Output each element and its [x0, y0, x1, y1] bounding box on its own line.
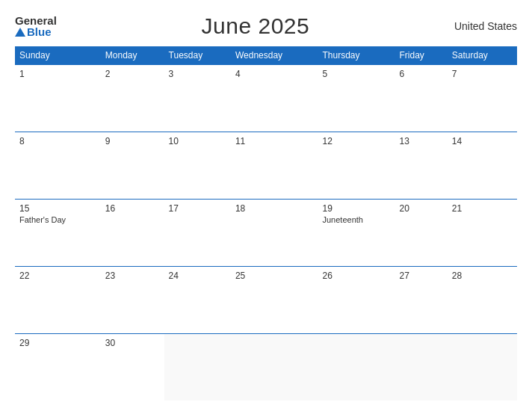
day-number: 1 — [19, 69, 96, 79]
calendar-day-cell: 26 — [318, 266, 395, 333]
calendar-day-cell: 14 — [448, 132, 517, 199]
day-number: 21 — [452, 203, 513, 214]
day-number: 24 — [169, 271, 226, 281]
day-number: 14 — [452, 136, 513, 146]
country-label: United States — [454, 20, 517, 32]
calendar-day-cell: 25 — [231, 266, 318, 333]
calendar-day-cell: 24 — [164, 266, 231, 333]
calendar-day-cell — [231, 333, 318, 401]
calendar-day-cell: 29 — [15, 333, 101, 401]
calendar-day-cell: 7 — [448, 65, 517, 132]
day-number: 30 — [105, 338, 160, 348]
calendar-day-cell: 4 — [231, 65, 318, 132]
logo-blue-row: Blue — [15, 26, 57, 37]
day-number: 11 — [235, 136, 314, 146]
calendar-day-cell — [164, 333, 231, 401]
day-number: 18 — [235, 203, 314, 214]
day-number: 2 — [105, 69, 160, 79]
calendar-day-cell — [448, 333, 517, 401]
calendar-day-cell: 11 — [231, 132, 318, 199]
day-number: 6 — [400, 69, 443, 79]
calendar-week-row: 22232425262728 — [15, 266, 517, 333]
calendar-day-cell: 20 — [395, 199, 448, 266]
calendar-table: Sunday Monday Tuesday Wednesday Thursday… — [15, 46, 517, 401]
header-friday: Friday — [395, 46, 448, 65]
logo-triangle-icon — [15, 28, 25, 37]
calendar-day-cell: 2 — [101, 65, 164, 132]
day-number: 12 — [322, 136, 390, 146]
day-number: 22 — [19, 271, 96, 281]
event-label: Father's Day — [19, 215, 96, 224]
header-sunday: Sunday — [15, 46, 101, 65]
day-number: 29 — [19, 338, 96, 348]
calendar-day-cell: 17 — [164, 199, 231, 266]
day-number: 19 — [322, 203, 390, 214]
day-number: 3 — [169, 69, 226, 79]
day-number: 27 — [400, 271, 443, 281]
calendar-day-cell: 9 — [101, 132, 164, 199]
day-number: 10 — [169, 136, 226, 146]
logo-blue-text: Blue — [27, 26, 52, 37]
day-number: 23 — [105, 271, 160, 281]
day-number: 25 — [235, 271, 314, 281]
day-number: 7 — [452, 69, 513, 79]
day-number: 5 — [322, 69, 390, 79]
calendar-day-cell: 3 — [164, 65, 231, 132]
calendar-day-cell: 18 — [231, 199, 318, 266]
calendar-day-cell: 13 — [395, 132, 448, 199]
logo-general-text: General — [15, 15, 57, 26]
day-number: 17 — [169, 203, 226, 214]
calendar-day-cell — [318, 333, 395, 401]
calendar-day-cell — [395, 333, 448, 401]
header-saturday: Saturday — [448, 46, 517, 65]
calendar-day-cell: 28 — [448, 266, 517, 333]
day-number: 9 — [105, 136, 160, 146]
calendar-day-cell: 19Juneteenth — [318, 199, 395, 266]
event-label: Juneteenth — [322, 215, 390, 224]
calendar-day-cell: 23 — [101, 266, 164, 333]
logo: General Blue — [15, 15, 57, 37]
header-wednesday: Wednesday — [231, 46, 318, 65]
calendar-day-cell: 8 — [15, 132, 101, 199]
header: General Blue June 2025 United States — [15, 13, 517, 39]
calendar-week-row: 1234567 — [15, 65, 517, 132]
day-number: 13 — [400, 136, 443, 146]
day-number: 26 — [322, 271, 390, 281]
header-monday: Monday — [101, 46, 164, 65]
calendar-day-cell: 10 — [164, 132, 231, 199]
calendar-page: General Blue June 2025 United States Sun… — [0, 0, 532, 411]
calendar-day-cell: 12 — [318, 132, 395, 199]
day-number: 15 — [19, 203, 96, 214]
header-tuesday: Tuesday — [164, 46, 231, 65]
calendar-title: June 2025 — [202, 13, 310, 39]
day-number: 20 — [400, 203, 443, 214]
day-number: 16 — [105, 203, 160, 214]
calendar-week-row: 15Father's Day16171819Juneteenth2021 — [15, 199, 517, 266]
calendar-week-row: 2930 — [15, 333, 517, 401]
calendar-day-cell: 22 — [15, 266, 101, 333]
calendar-week-row: 891011121314 — [15, 132, 517, 199]
calendar-day-cell: 16 — [101, 199, 164, 266]
day-number: 28 — [452, 271, 513, 281]
calendar-day-cell: 21 — [448, 199, 517, 266]
calendar-day-cell: 6 — [395, 65, 448, 132]
day-number: 4 — [235, 69, 314, 79]
day-number: 8 — [19, 136, 96, 146]
calendar-day-cell: 1 — [15, 65, 101, 132]
weekday-header-row: Sunday Monday Tuesday Wednesday Thursday… — [15, 46, 517, 65]
calendar-day-cell: 27 — [395, 266, 448, 333]
calendar-day-cell: 15Father's Day — [15, 199, 101, 266]
calendar-day-cell: 30 — [101, 333, 164, 401]
calendar-day-cell: 5 — [318, 65, 395, 132]
header-thursday: Thursday — [318, 46, 395, 65]
